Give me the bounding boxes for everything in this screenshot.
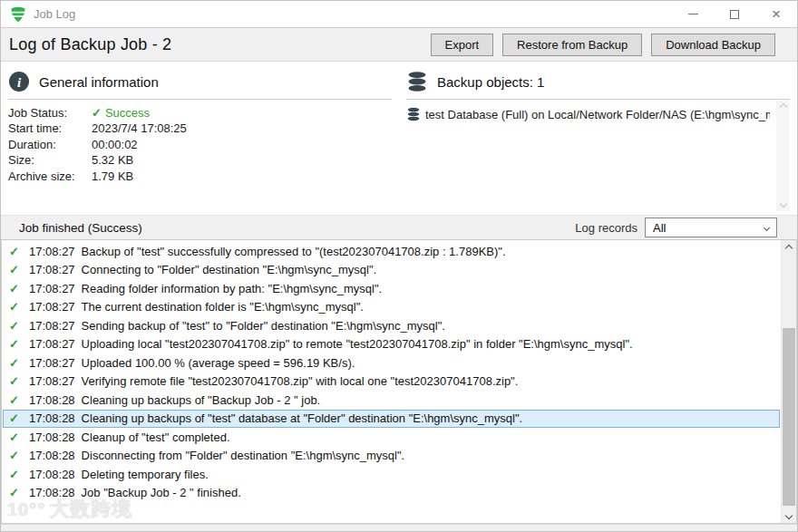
close-icon: × (772, 6, 781, 22)
general-information-header: i General information (8, 69, 392, 100)
log-message: Connecting to "Folder" destination "E:\h… (82, 263, 377, 276)
log-message: Cleanup of "test" completed. (82, 430, 230, 444)
log-time: 17:08:28 (29, 411, 75, 425)
info-label: Archive size: (8, 169, 92, 184)
scroll-up-icon (779, 103, 786, 111)
job-status-value: ✓Success (92, 105, 392, 121)
log-records-select[interactable]: All (645, 218, 777, 237)
log-row[interactable]: ✓ 17:08:27 The current destination folde… (3, 298, 780, 317)
check-icon: ✓ (9, 430, 24, 444)
log-records-filter: Log records All (575, 218, 777, 237)
info-label: Size: (8, 152, 92, 168)
log-time: 17:08:28 (29, 430, 75, 444)
log-time: 17:08:27 (29, 263, 75, 276)
job-finished-status: Job finished (Success) (19, 221, 575, 235)
log-section-bar: Job finished (Success) Log records All (1, 215, 797, 239)
close-button[interactable]: × (755, 1, 797, 27)
log-message: Uploaded 100.00 % (average speed = 596.1… (82, 356, 355, 370)
backup-objects-panel: Backup objects: 1 test Database (Full) o… (406, 69, 790, 215)
log-records-selected-value: All (653, 221, 666, 235)
archive-size-value: 1.79 KB (92, 169, 392, 184)
log-time: 17:08:28 (29, 393, 75, 407)
restore-from-backup-button[interactable]: Restore from Backup (502, 34, 642, 56)
backup-object-item[interactable]: test Database (Full) on Local/Network Fo… (406, 107, 790, 121)
database-icon (406, 107, 421, 121)
maximize-icon (730, 10, 739, 19)
log-row[interactable]: ✓ 17:08:28 Cleaning up backups of "Backu… (3, 391, 780, 410)
log-row[interactable]: ✓ 17:08:27 Verifying remote file "test20… (3, 372, 780, 392)
log-row[interactable]: ✓ 17:08:27 Uploaded 100.00 % (average sp… (3, 353, 780, 372)
chevron-down-icon (764, 225, 770, 231)
log-time: 17:08:27 (29, 282, 75, 295)
scrollbar-thumb[interactable] (783, 328, 795, 506)
minimize-button[interactable] (672, 1, 714, 27)
log-row[interactable]: ✓ 17:08:27 Sending backup of "test" to "… (3, 316, 780, 335)
backup-objects-scrollbar[interactable] (776, 100, 790, 211)
check-icon: ✓ (9, 282, 24, 295)
header: Log of Backup Job - 2 Export Restore fro… (1, 28, 797, 62)
database-icon (406, 71, 428, 92)
check-icon: ✓ (92, 106, 102, 120)
export-button[interactable]: Export (431, 34, 494, 56)
info-label: Job Status: (8, 105, 92, 121)
log-message: Sending backup of "test" to "Folder" des… (82, 319, 445, 333)
log-time: 17:08:27 (29, 356, 75, 370)
scroll-down-icon (779, 200, 786, 208)
log-message: Uploading local "test202307041708.zip" t… (82, 337, 633, 351)
watermark-text: 大数跨境 (49, 498, 132, 520)
backup-objects-header: Backup objects: 1 (406, 69, 790, 100)
general-information-grid: Job Status: ✓Success Start time: 2023/7/… (8, 105, 392, 184)
log-list: ✓ 17:08:27 Backup of "test" successfully… (3, 242, 780, 523)
log-time: 17:08:28 (29, 449, 75, 462)
check-icon: ✓ (9, 337, 24, 351)
check-icon: ✓ (9, 374, 24, 388)
log-message: Cleaning up backups of "test" database a… (82, 411, 523, 425)
log-area: ✓ 17:08:27 Backup of "test" successfully… (1, 239, 797, 524)
status-text: Success (105, 106, 150, 120)
log-message: The current destination folder is "E:\hg… (82, 300, 364, 314)
window-title: Job Log (34, 7, 672, 21)
info-icon: i (8, 71, 30, 92)
log-message: Verifying remote file "test202307041708.… (82, 374, 519, 388)
log-message: Reading folder information by path: "E:\… (82, 282, 383, 295)
log-row[interactable]: ✓ 17:08:28 Deleting temporary files. (3, 465, 780, 484)
check-icon: ✓ (9, 356, 24, 370)
duration-value: 00:00:02 (92, 137, 392, 152)
watermark-logo: 10°° (7, 499, 45, 519)
minimize-icon (688, 14, 698, 15)
check-icon: ✓ (9, 449, 24, 462)
download-backup-button[interactable]: Download Backup (651, 34, 775, 56)
scroll-up-button[interactable] (782, 240, 796, 256)
backup-objects-title: Backup objects: 1 (437, 74, 544, 90)
check-icon: ✓ (9, 393, 24, 407)
log-row[interactable]: ✓ 17:08:27 Connecting to "Folder" destin… (3, 261, 780, 280)
log-time: 17:08:27 (29, 319, 75, 333)
titlebar: Job Log × (1, 1, 797, 28)
log-time: 17:08:27 (29, 300, 75, 314)
log-records-label: Log records (575, 221, 637, 235)
log-message: Disconnecting from "Folder" destination … (82, 449, 405, 462)
check-icon: ✓ (9, 411, 24, 425)
app-logo-shield-icon (9, 5, 27, 24)
check-icon: ✓ (9, 468, 24, 481)
log-row[interactable]: ✓ 17:08:27 Backup of "test" successfully… (3, 242, 780, 261)
log-row[interactable]: ✓ 17:08:28 Cleaning up backups of "test"… (3, 410, 780, 429)
general-information-panel: i General information Job Status: ✓Succe… (8, 69, 392, 215)
job-log-window: Job Log × Log of Backup Job - 2 Export R… (0, 0, 798, 532)
maximize-button[interactable] (714, 1, 755, 27)
check-icon: ✓ (9, 319, 24, 333)
info-label: Start time: (8, 121, 92, 136)
log-time: 17:08:27 (29, 337, 75, 351)
general-information-title: General information (39, 74, 159, 90)
scroll-down-button[interactable] (782, 508, 796, 523)
log-row[interactable]: ✓ 17:08:28 Disconnecting from "Folder" d… (3, 447, 780, 466)
log-row[interactable]: ✓ 17:08:28 Cleanup of "test" completed. (3, 428, 780, 447)
start-time-value: 2023/7/4 17:08:25 (92, 121, 392, 136)
check-icon: ✓ (9, 263, 24, 276)
log-scrollbar[interactable] (781, 240, 796, 523)
log-time: 17:08:28 (29, 468, 75, 481)
log-row[interactable]: ✓ 17:08:27 Reading folder information by… (3, 279, 780, 298)
log-message: Deleting temporary files. (82, 468, 209, 481)
log-message: Cleaning up backups of "Backup Job - 2 "… (82, 393, 321, 407)
log-row[interactable]: ✓ 17:08:27 Uploading local "test20230704… (3, 335, 780, 354)
